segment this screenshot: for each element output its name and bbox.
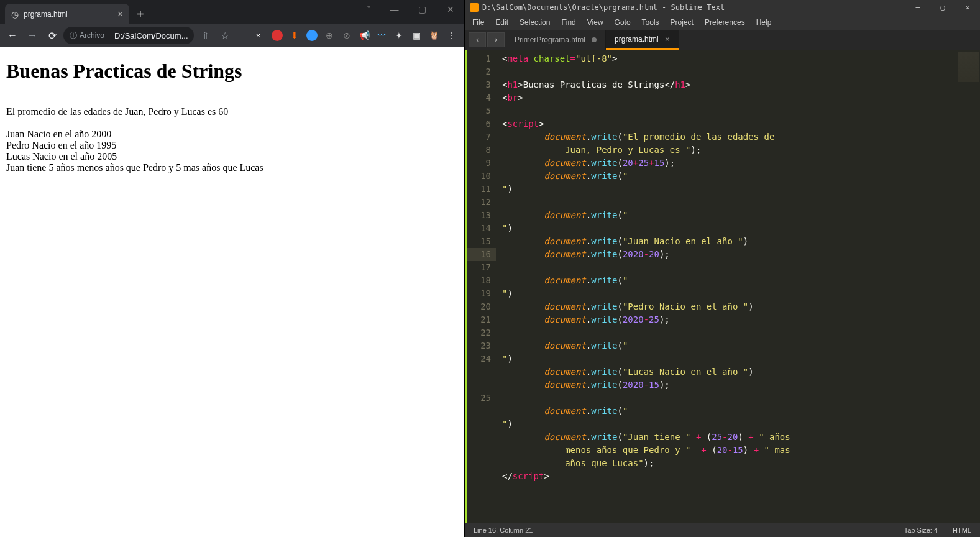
reload-button[interactable]: ⟳ xyxy=(44,27,61,44)
page-line: Juan tiene 5 años menos años que Pedro y… xyxy=(6,162,458,173)
status-lang[interactable]: HTML xyxy=(953,526,971,534)
sublime-titlebar[interactable]: D:\SalCom\Documents\Oracle\prgrama.html … xyxy=(465,0,980,15)
chrome-window: ◷ prgrama.html × + ˅ — ▢ ✕ ← → ⟳ ⓘ Archi… xyxy=(0,0,465,537)
close-window-button[interactable]: ✕ xyxy=(955,0,980,15)
minimap[interactable] xyxy=(955,50,980,523)
menu-file[interactable]: File xyxy=(467,18,489,27)
forward-button[interactable]: → xyxy=(24,27,41,44)
tab-search-icon[interactable]: ˅ xyxy=(367,5,371,15)
extension-icon[interactable]: ⬇ xyxy=(289,30,300,41)
sublime-title: D:\SalCom\Documents\Oracle\prgrama.html … xyxy=(482,3,725,12)
extension-icon[interactable]: ⊘ xyxy=(341,30,352,41)
menu-preferences[interactable]: Preferences xyxy=(700,18,750,27)
sublime-tab-bar: ‹ › PrimerPrograma.html prgrama.html × xyxy=(465,30,980,50)
editor-tab-active[interactable]: prgrama.html × xyxy=(606,30,679,50)
bookmark-icon[interactable]: ☆ xyxy=(216,27,234,44)
menu-find[interactable]: Find xyxy=(556,18,580,27)
editor-area: 123456789101112131415161718192021222324 … xyxy=(465,50,980,523)
extension-icon[interactable]: ⊕ xyxy=(324,30,335,41)
address-bar[interactable]: ⓘ Archivo D:/SalCom/Docum... xyxy=(63,27,194,44)
extension-icon[interactable]: 〰 xyxy=(376,30,387,41)
minimize-button[interactable]: — xyxy=(905,0,930,15)
sublime-window: D:\SalCom\Documents\Oracle\prgrama.html … xyxy=(465,0,980,537)
extension-icon[interactable] xyxy=(306,30,318,41)
tab-label: PrimerPrograma.html xyxy=(515,35,585,44)
chrome-titlebar[interactable]: ◷ prgrama.html × + ˅ — ▢ ✕ xyxy=(0,0,464,24)
browser-tab[interactable]: ◷ prgrama.html × xyxy=(5,4,129,25)
menu-project[interactable]: Project xyxy=(666,18,698,27)
extensions-icon[interactable]: ✦ xyxy=(393,30,405,41)
tab-nav-back[interactable]: ‹ xyxy=(469,32,486,47)
page-line: Lucas Nacio en el año 2005 xyxy=(6,151,458,162)
page-line: Juan Nacio en el año 2000 xyxy=(6,129,458,140)
menu-tools[interactable]: Tools xyxy=(637,18,664,27)
profile-icon[interactable]: 🦉 xyxy=(428,30,439,41)
chrome-menu-icon[interactable]: ⋮ xyxy=(446,30,457,41)
line-gutter[interactable]: 123456789101112131415161718192021222324 … xyxy=(465,50,496,523)
editor-tab[interactable]: PrimerPrograma.html xyxy=(506,30,606,50)
extension-icon[interactable]: 📢 xyxy=(359,30,370,41)
menu-selection[interactable]: Selection xyxy=(515,18,555,27)
modified-dot-icon xyxy=(592,37,597,42)
status-bar: Line 16, Column 21 Tab Size: 4 HTML xyxy=(465,523,980,537)
back-button[interactable]: ← xyxy=(4,27,21,44)
maximize-button[interactable]: ▢ xyxy=(408,0,436,19)
page-line: El promedio de las edades de Juan, Pedro… xyxy=(6,106,458,117)
new-tab-button[interactable]: + xyxy=(137,7,144,22)
status-cursor[interactable]: Line 16, Column 21 xyxy=(474,526,533,534)
chrome-toolbar: ← → ⟳ ⓘ Archivo D:/SalCom/Docum... ⇧ ☆ ᯤ… xyxy=(0,24,464,47)
menu-view[interactable]: View xyxy=(582,18,608,27)
code-editor[interactable]: <meta charset="utf-8"> <h1>Buenas Practi… xyxy=(496,50,955,523)
sublime-logo-icon xyxy=(470,3,479,12)
minimap-viewport[interactable] xyxy=(958,52,979,82)
window-controls: — ▢ ✕ xyxy=(905,0,980,15)
page-info-icon[interactable]: ⓘ Archivo xyxy=(70,30,104,41)
status-tabsize[interactable]: Tab Size: 4 xyxy=(904,526,938,534)
maximize-button[interactable]: ▢ xyxy=(930,0,955,15)
close-window-button[interactable]: ✕ xyxy=(436,0,464,19)
extension-icons: ᯤ ⬇ ⊕ ⊘ 📢 〰 ✦ ▣ 🦉 ⋮ xyxy=(240,30,460,41)
close-icon[interactable]: × xyxy=(665,34,670,44)
sublime-menubar: File Edit Selection Find View Goto Tools… xyxy=(465,15,980,30)
tab-nav-forward[interactable]: › xyxy=(487,32,505,47)
minimize-button[interactable]: — xyxy=(380,0,408,19)
window-controls: — ▢ ✕ xyxy=(380,0,464,19)
tab-title: prgrama.html xyxy=(24,10,68,19)
sidepanel-icon[interactable]: ▣ xyxy=(411,30,422,41)
page-content: Buenas Practicas de Strings El promedio … xyxy=(0,47,464,537)
extension-icon[interactable] xyxy=(272,30,283,41)
url-text: D:/SalCom/Docum... xyxy=(114,31,188,40)
extension-icon[interactable]: ᯤ xyxy=(254,30,265,41)
globe-icon: ◷ xyxy=(11,9,19,19)
page-line: Pedro Nacio en el año 1995 xyxy=(6,140,458,151)
menu-help[interactable]: Help xyxy=(751,18,777,27)
menu-edit[interactable]: Edit xyxy=(490,18,513,27)
share-icon[interactable]: ⇧ xyxy=(196,27,214,44)
page-h1: Buenas Practicas de Strings xyxy=(6,60,458,83)
close-icon[interactable]: × xyxy=(117,9,123,19)
menu-goto[interactable]: Goto xyxy=(610,18,636,27)
tab-label: prgrama.html xyxy=(615,35,659,44)
